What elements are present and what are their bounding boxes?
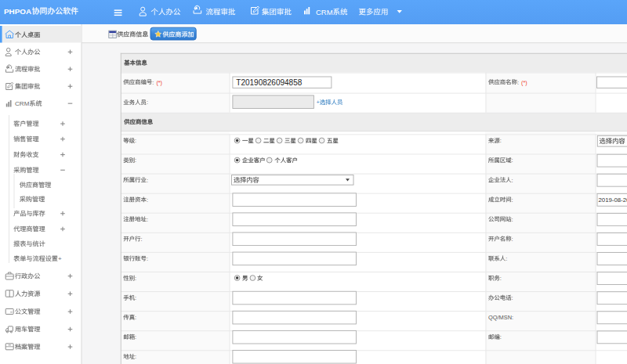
svg-text::: : [147, 196, 148, 204]
svg-text::: : [141, 236, 143, 243]
svg-text::: : [147, 255, 148, 262]
svg-text:PHPOA: PHPOA [4, 7, 31, 16]
svg-text::: : [135, 137, 136, 144]
svg-text::: : [147, 99, 148, 106]
svg-text:T20190826094858: T20190826094858 [236, 78, 302, 87]
svg-text::: : [512, 216, 513, 223]
svg-text::: : [500, 137, 502, 144]
svg-text::: : [517, 79, 519, 86]
svg-text::: : [135, 157, 136, 164]
svg-text::: : [512, 294, 513, 301]
svg-text::: : [500, 333, 502, 341]
svg-text::: : [512, 196, 513, 204]
svg-text::: : [147, 177, 148, 184]
svg-text::: : [512, 177, 513, 184]
svg-text:CRM: CRM [15, 100, 30, 107]
svg-text::: : [512, 236, 513, 243]
svg-text::: : [500, 275, 502, 282]
svg-text::: : [506, 255, 507, 262]
svg-text::: : [135, 353, 136, 360]
svg-text:(*): (*) [156, 79, 162, 86]
svg-text:2019-08-26: 2019-08-26 [599, 196, 627, 204]
svg-text:+: + [58, 255, 62, 262]
svg-text:CRM: CRM [316, 8, 333, 16]
svg-text:+: + [317, 99, 320, 106]
svg-text::: : [135, 294, 136, 301]
svg-text:(*): (*) [521, 79, 527, 86]
svg-text::: : [135, 275, 136, 282]
svg-text::: : [135, 314, 136, 321]
svg-text::: : [147, 216, 148, 223]
svg-text::: : [152, 79, 154, 86]
svg-text::: : [135, 333, 136, 341]
svg-text::: : [512, 157, 513, 164]
svg-text:QQ/MSN:: QQ/MSN: [488, 314, 513, 321]
